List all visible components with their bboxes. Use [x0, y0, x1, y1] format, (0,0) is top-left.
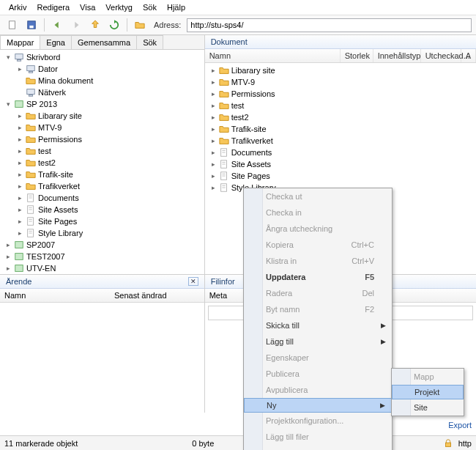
tree-item[interactable]: ▸Permissions: [0, 133, 204, 145]
menu-item[interactable]: Lägg till▶: [244, 333, 392, 350]
up-icon[interactable]: [87, 18, 103, 32]
export-link[interactable]: Export: [448, 421, 472, 429]
menu-visa[interactable]: Visa: [75, 1, 100, 13]
expander-icon[interactable]: ▸: [16, 194, 24, 202]
expander-icon[interactable]: ▸: [4, 265, 12, 273]
submenu-item[interactable]: Site: [392, 399, 464, 416]
tree-item[interactable]: ▸Trafik-site: [0, 169, 204, 180]
expander-icon[interactable]: ▸: [4, 241, 12, 249]
folder-icon: [219, 100, 229, 111]
expander-icon[interactable]: ▸: [209, 78, 217, 86]
expander-icon[interactable]: ▸: [209, 125, 217, 133]
expander-icon[interactable]: ▸: [16, 159, 24, 167]
list-item[interactable]: ▸Libarary site: [205, 64, 476, 76]
tab-sok[interactable]: Sök: [136, 35, 163, 49]
expander-icon[interactable]: ▸: [209, 102, 217, 110]
tree-item[interactable]: ▸SP2007: [0, 239, 204, 251]
list-item[interactable]: ▸test2: [205, 111, 476, 123]
tree-item[interactable]: ▸Site Pages: [0, 215, 204, 227]
expander-icon[interactable]: ▸: [209, 161, 217, 169]
menu-arkiv[interactable]: Arkiv: [4, 1, 31, 13]
expander-icon[interactable]: ▸: [16, 124, 24, 132]
close-icon[interactable]: ✕: [188, 277, 198, 286]
col-namn[interactable]: Namn: [205, 49, 341, 62]
tree-item[interactable]: ▸UTV-EN: [0, 262, 204, 274]
expander-icon[interactable]: ▸: [16, 182, 24, 191]
folder-icon: [26, 158, 36, 168]
expander-icon[interactable]: ▸: [209, 114, 217, 122]
expander-icon[interactable]: ▾: [4, 100, 12, 108]
tab-mappar[interactable]: Mappar: [0, 35, 40, 49]
tree-item[interactable]: ▸Site Assets: [0, 204, 204, 215]
page-icon: [219, 182, 229, 193]
tree-item[interactable]: ▾Skrivbord: [0, 51, 204, 63]
list-item[interactable]: ▸Site Pages: [205, 170, 476, 182]
tree-item[interactable]: ▸Dator: [0, 63, 204, 75]
submenu-item[interactable]: Projekt: [392, 385, 464, 399]
expander-icon[interactable]: [16, 77, 24, 85]
col-innehall[interactable]: Innehållstyp: [373, 49, 421, 62]
tree-item[interactable]: Nätverk: [0, 86, 204, 98]
tree-item[interactable]: ▸Libarary site: [0, 110, 204, 122]
list-item[interactable]: ▸Trafikverket: [205, 135, 476, 147]
menu-hjalp[interactable]: Hjälp: [163, 1, 190, 13]
list-item[interactable]: ▸Permissions: [205, 88, 476, 100]
new-icon[interactable]: [4, 18, 21, 32]
expander-icon[interactable]: [16, 89, 24, 97]
menu-item[interactable]: Markera allaCtrl+A: [244, 445, 392, 450]
list-item[interactable]: ▸MTV-9: [205, 76, 476, 88]
col-a[interactable]: A: [461, 49, 476, 62]
tree-item[interactable]: Mina dokument: [0, 75, 204, 86]
expander-icon[interactable]: ▸: [209, 149, 217, 157]
tab-gemensamma[interactable]: Gemensamma: [71, 35, 137, 49]
expander-icon[interactable]: ▸: [209, 137, 217, 145]
menu-item[interactable]: Skicka till▶: [244, 317, 392, 333]
menu-redigera[interactable]: Redigera: [32, 1, 74, 13]
list-item[interactable]: ▸Documents: [205, 147, 476, 158]
green-icon: [14, 99, 24, 109]
col-senast[interactable]: Senast ändrad: [110, 289, 171, 302]
expander-icon[interactable]: ▸: [209, 67, 217, 75]
col-namn[interactable]: Namn: [0, 289, 110, 302]
expander-icon[interactable]: ▸: [16, 112, 24, 120]
refresh-icon[interactable]: [106, 18, 122, 32]
address-input[interactable]: [187, 18, 472, 32]
menu-sok[interactable]: Sök: [138, 1, 161, 13]
list-item[interactable]: ▸Site Assets: [205, 158, 476, 170]
tree-item[interactable]: ▸test2: [0, 157, 204, 169]
tree-item[interactable]: ▾SP 2013: [0, 98, 204, 110]
list-item[interactable]: ▸test: [205, 100, 476, 111]
tree-item[interactable]: ▸Trafikverket: [0, 180, 204, 192]
save-icon[interactable]: [23, 18, 40, 32]
menu-item: Byt namnF2: [244, 301, 392, 317]
expander-icon[interactable]: ▸: [209, 184, 217, 192]
expander-icon[interactable]: ▸: [16, 171, 24, 179]
forward-icon[interactable]: [68, 18, 84, 32]
tree-item[interactable]: ▸Style Library: [0, 227, 204, 239]
open-folder-icon[interactable]: [132, 18, 148, 32]
tree-item-label: Dator: [38, 64, 58, 73]
expander-icon[interactable]: ▸: [209, 90, 217, 98]
menu-verktyg[interactable]: Verktyg: [101, 1, 137, 13]
tree-item[interactable]: ▸MTV-9: [0, 122, 204, 133]
col-storlek[interactable]: Storlek: [341, 49, 373, 62]
expander-icon[interactable]: ▸: [16, 136, 24, 144]
expander-icon[interactable]: ▸: [16, 206, 24, 214]
expander-icon[interactable]: ▾: [4, 54, 12, 62]
tree-item[interactable]: ▸test: [0, 145, 204, 157]
list-item[interactable]: ▸Trafik-site: [205, 123, 476, 135]
expander-icon[interactable]: ▸: [209, 172, 217, 180]
folder-tree[interactable]: ▾Skrivbord▸DatorMina dokumentNätverk▾SP …: [0, 50, 204, 274]
expander-icon[interactable]: ▸: [4, 253, 12, 261]
back-icon[interactable]: [49, 18, 65, 32]
tree-item[interactable]: ▸Documents: [0, 192, 204, 204]
menu-item[interactable]: UppdateraF5: [244, 269, 392, 285]
menu-item[interactable]: Ny▶: [244, 398, 392, 413]
expander-icon[interactable]: ▸: [16, 218, 24, 226]
expander-icon[interactable]: ▸: [16, 229, 24, 237]
expander-icon[interactable]: ▸: [16, 65, 24, 73]
tree-item[interactable]: ▸TEST2007: [0, 251, 204, 262]
tab-egna[interactable]: Egna: [40, 35, 72, 49]
expander-icon[interactable]: ▸: [16, 147, 24, 155]
col-utcheckad[interactable]: Utcheckad...: [421, 49, 461, 62]
